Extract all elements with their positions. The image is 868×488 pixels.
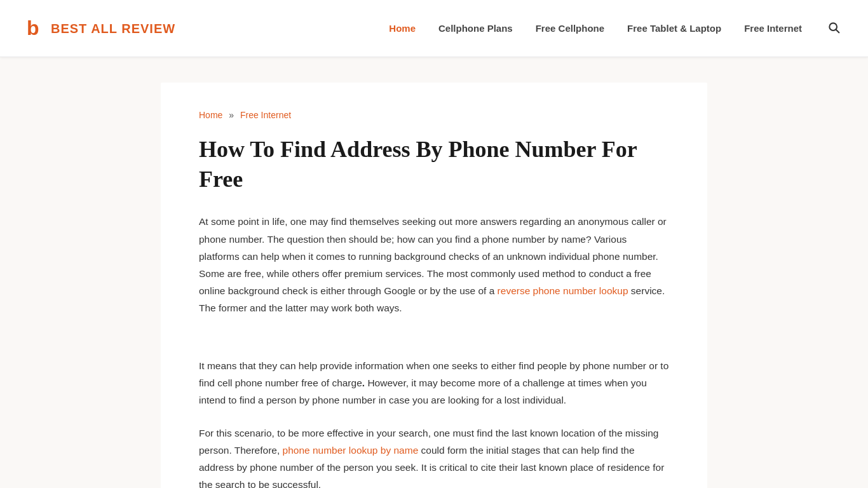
- search-icon: [827, 21, 840, 34]
- page-wrapper: Home » Free Internet How To Find Address…: [0, 57, 868, 488]
- nav-item-home[interactable]: Home: [389, 20, 416, 37]
- svg-line-2: [836, 30, 839, 33]
- nav-item-free-cellphone[interactable]: Free Cellphone: [536, 20, 604, 37]
- breadcrumb-current[interactable]: Free Internet: [240, 110, 291, 120]
- nav-item-free-tablet[interactable]: Free Tablet & Laptop: [627, 20, 721, 37]
- nav-item-cellphone-plans[interactable]: Cellphone Plans: [438, 20, 513, 37]
- logo-icon: b: [25, 17, 46, 40]
- p1-link[interactable]: reverse phone number lookup: [498, 285, 628, 296]
- article-paragraph-1: At some point in life, one may find them…: [199, 213, 669, 316]
- logo-text: BEST ALL REVIEW: [51, 18, 175, 39]
- site-header: b BEST ALL REVIEW Home Cellphone Plans F…: [0, 0, 868, 57]
- site-logo[interactable]: b BEST ALL REVIEW: [25, 17, 175, 40]
- breadcrumb-separator: »: [229, 110, 234, 120]
- breadcrumb: Home » Free Internet: [199, 108, 669, 123]
- article-body: At some point in life, one may find them…: [199, 213, 669, 488]
- p1-text-before: At some point in life, one may find them…: [199, 216, 667, 296]
- search-button[interactable]: [825, 18, 843, 38]
- content-area: Home » Free Internet How To Find Address…: [161, 83, 707, 488]
- nav-item-free-internet[interactable]: Free Internet: [744, 20, 802, 37]
- main-nav: Home Cellphone Plans Free Cellphone Free…: [389, 18, 843, 38]
- article-paragraph-3: For this scenario, to be more effective …: [199, 424, 669, 488]
- p3-link[interactable]: phone number lookup by name: [283, 445, 419, 456]
- article-title: How To Find Address By Phone Number For …: [199, 135, 669, 194]
- spacer-1: [199, 332, 669, 357]
- breadcrumb-home[interactable]: Home: [199, 110, 222, 120]
- svg-text:b: b: [27, 17, 39, 39]
- article-paragraph-2: It means that they can help provide info…: [199, 357, 669, 409]
